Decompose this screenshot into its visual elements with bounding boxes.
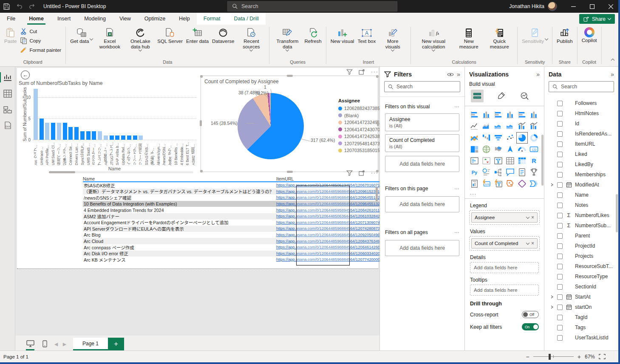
field-parent[interactable]: Parent <box>544 231 618 241</box>
field-checkbox[interactable] <box>557 233 563 239</box>
tab-format-visual[interactable] <box>495 90 507 102</box>
report-canvas[interactable]: ← Sum of NumberofSubTasks by Name Sum of… <box>15 67 379 336</box>
field-checkbox[interactable] <box>557 101 563 106</box>
line-and-clustered-column-chart-icon[interactable] <box>529 121 539 132</box>
kpi-icon[interactable] <box>481 155 492 166</box>
fit-to-page-icon[interactable] <box>599 354 606 359</box>
stacked-bar-chart-icon[interactable] <box>469 110 480 120</box>
desktop-layout-icon[interactable] <box>23 338 37 350</box>
close-button[interactable] <box>601 0 620 13</box>
100-stacked-bar-chart-icon[interactable] <box>517 110 527 120</box>
ribbon-chart-icon[interactable] <box>469 133 480 143</box>
enter-data-button[interactable]: Enter data <box>184 26 210 45</box>
menu-tab-optimize[interactable]: Optimize <box>138 13 172 25</box>
field-checkbox[interactable] <box>557 264 563 269</box>
menu-tab-data-drill[interactable]: Data / Drill <box>227 13 265 25</box>
save-icon[interactable] <box>0 0 13 13</box>
selection-handle[interactable] <box>200 75 203 78</box>
menu-tab-view[interactable]: View <box>113 13 138 25</box>
field-checkbox[interactable] <box>557 274 563 279</box>
field-checkbox[interactable] <box>557 131 563 137</box>
card-icon[interactable]: 123 <box>529 144 539 155</box>
legend-item[interactable]: 1206414724253807 <box>338 133 379 140</box>
line-and-stacked-column-chart-icon[interactable] <box>517 121 527 132</box>
menu-tab-home[interactable]: Home <box>22 13 51 25</box>
waterfall-chart-icon[interactable] <box>481 133 492 143</box>
field-tags[interactable]: Tags <box>544 322 618 333</box>
excel-workbook-button[interactable]: XExcel workbook <box>94 26 125 51</box>
eye-icon[interactable] <box>447 72 454 77</box>
collapse-ribbon-button[interactable] <box>612 57 614 63</box>
clustered-bar-chart-icon[interactable] <box>493 110 504 120</box>
rail-model-view[interactable] <box>0 102 15 117</box>
new-measure-button[interactable]: New measure <box>453 26 484 51</box>
field-checkbox[interactable] <box>557 141 563 147</box>
field-checkbox[interactable] <box>557 325 563 330</box>
field-checkbox[interactable] <box>557 223 563 229</box>
collapse-pane-icon[interactable]: » <box>611 71 614 78</box>
tab-build-visual[interactable] <box>471 90 484 102</box>
collapse-pane-icon[interactable]: » <box>536 71 540 78</box>
report-page[interactable]: ← Sum of NumberofSubTasks by Name Sum of… <box>17 68 378 269</box>
multi-row-card-icon[interactable] <box>469 155 480 166</box>
field-projects[interactable]: Projects <box>544 251 618 261</box>
smart-narrative-icon[interactable] <box>517 167 527 178</box>
keep-all-filters-toggle[interactable]: On <box>522 323 539 330</box>
clustered-column-chart-icon[interactable] <box>505 110 515 120</box>
field-checkbox[interactable] <box>557 315 563 320</box>
r-script-visual-icon[interactable]: R <box>529 155 539 166</box>
zoom-slider[interactable] <box>533 356 574 357</box>
column-header-name[interactable]: Name▲ <box>83 176 276 181</box>
selection-handle[interactable] <box>377 120 379 126</box>
field-checkbox[interactable] <box>557 182 563 188</box>
bar-chart-visual[interactable]: Sum of NumberofSubTasks by Name Sum of N… <box>17 79 197 177</box>
new-page-button[interactable]: + <box>108 338 124 350</box>
selection-handle[interactable] <box>287 75 293 77</box>
new-visual-calculation-button[interactable]: fxNew visual calculation <box>413 26 453 52</box>
cross-report-toggle[interactable]: Off <box>522 311 539 318</box>
bar[interactable] <box>104 135 108 140</box>
legend-field-pill[interactable]: Assignee × <box>471 212 538 223</box>
field-sectionid[interactable]: SectionId <box>544 282 618 292</box>
field-htmlnotes[interactable]: HtmlNotes <box>544 108 618 119</box>
bar[interactable] <box>63 123 67 140</box>
stacked-area-chart-icon[interactable] <box>493 121 504 132</box>
line-chart-icon[interactable] <box>469 121 480 132</box>
filter-card-assignee[interactable]: Assignee is (All) <box>385 113 459 131</box>
menu-tab-format[interactable]: Format <box>197 13 227 25</box>
remove-field-icon[interactable]: × <box>531 214 534 220</box>
bar[interactable] <box>80 131 85 140</box>
field-checkbox[interactable] <box>557 213 563 218</box>
avatar[interactable] <box>548 2 557 11</box>
get-data-button[interactable]: Get data <box>68 26 94 45</box>
matrix-icon[interactable] <box>517 155 527 166</box>
field-checkbox[interactable] <box>557 284 563 290</box>
power-automate-icon[interactable] <box>529 178 539 189</box>
more-options-icon[interactable]: ··· <box>454 229 459 235</box>
page-tab[interactable]: Page 1 <box>73 338 108 350</box>
bar[interactable] <box>40 119 44 140</box>
field-followers[interactable]: Followers <box>544 98 618 108</box>
field-projectid[interactable]: ProjectId <box>544 241 618 251</box>
key-influencers-icon[interactable] <box>481 167 492 178</box>
field-checkbox[interactable] <box>557 152 563 157</box>
power-apps-icon[interactable] <box>517 178 527 189</box>
zoom-out-button[interactable]: − <box>526 353 529 360</box>
field-liked[interactable]: Liked <box>544 149 618 159</box>
data-pane-scrollbar[interactable] <box>616 194 618 232</box>
menu-tab-file[interactable]: File <box>0 13 22 25</box>
add-data-fields-dropzone[interactable]: Add data fields here <box>385 240 459 256</box>
field-likedby[interactable]: LikedBy <box>544 159 618 169</box>
field-isrenderedas[interactable]: IsRenderedAs... <box>544 129 618 139</box>
mobile-layout-icon[interactable] <box>37 338 52 350</box>
add-data-fields-dropzone[interactable]: Add data fields here <box>385 156 459 172</box>
field-checkbox[interactable] <box>557 335 563 341</box>
chevron-down-icon[interactable] <box>526 241 529 244</box>
pie-chart-icon[interactable] <box>517 133 527 143</box>
sql-server-button[interactable]: SQL Server <box>156 26 184 45</box>
transform-data-button[interactable]: Transform data <box>272 26 303 52</box>
copy-button[interactable]: Copy <box>18 36 63 45</box>
global-search-input[interactable]: Search <box>227 1 397 11</box>
stacked-column-chart-icon[interactable] <box>481 110 492 120</box>
legend-item[interactable]: 1207035318501516 <box>338 147 379 154</box>
